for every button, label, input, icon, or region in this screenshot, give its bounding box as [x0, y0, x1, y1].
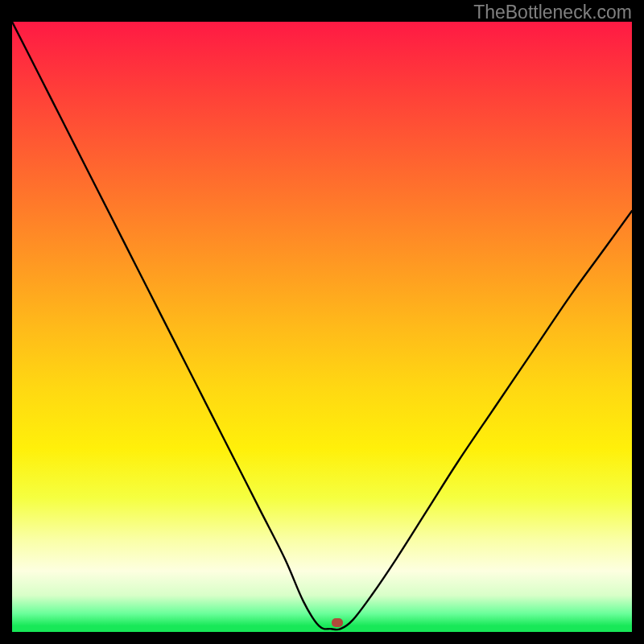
- plot-area: [12, 22, 632, 632]
- bottleneck-curve: [12, 22, 632, 632]
- optimum-marker: [332, 618, 343, 627]
- attribution-text: TheBottleneck.com: [473, 2, 632, 23]
- chart-frame: [12, 22, 632, 632]
